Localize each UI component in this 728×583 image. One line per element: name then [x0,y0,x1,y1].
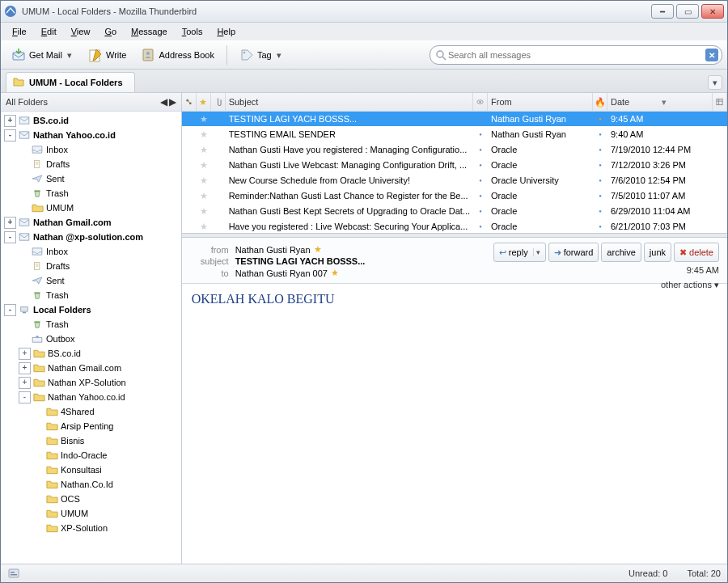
getmail-dropdown-icon[interactable]: ▾ [66,50,74,61]
col-subject[interactable]: Subject [226,93,473,111]
star-icon[interactable]: ★ [197,191,211,201]
col-thread-icon[interactable] [182,93,197,111]
archive-button[interactable]: archive [601,243,641,262]
menu-file[interactable]: File [6,25,33,38]
star-icon[interactable]: ★ [197,160,211,171]
col-picker-icon[interactable] [713,93,727,111]
message-row[interactable]: ★New Course Schedule from Oracle Univers… [182,173,727,188]
other-actions-button[interactable]: other actions ▾ [661,280,719,290]
write-button[interactable]: Write [83,44,132,66]
forward-button[interactable]: ➜forward [548,243,599,262]
message-row[interactable]: ★Have you registered : Live Webcast: Sec… [182,219,727,233]
collapse-icon[interactable]: - [4,231,16,243]
tree-item[interactable]: Arsip Penting [2,419,180,433]
addressbook-button[interactable]: Address Book [135,44,219,66]
tree-item[interactable]: +BS.co.id [2,346,180,361]
star-icon[interactable]: ★ [197,175,211,186]
maximize-button[interactable]: ▭ [676,4,699,19]
col-attachment-icon[interactable] [211,93,226,111]
message-row[interactable]: ★TESTING EMAIL SENDER●Nathan Gusti Ryan●… [182,127,727,142]
search-input[interactable] [447,49,705,61]
tree-item[interactable]: Drafts [2,157,180,171]
tree-item[interactable]: Trash [2,288,180,302]
col-star-icon[interactable]: ★ [197,93,211,111]
tag-button[interactable]: Tag ▾ [234,44,289,66]
star-icon[interactable]: ★ [197,145,211,155]
reply-button[interactable]: ↩reply▾ [493,243,546,262]
star-icon[interactable]: ★ [331,268,339,278]
tree-item[interactable]: 4Shared [2,404,180,419]
tab-menu-button[interactable]: ▾ [708,75,722,90]
expand-icon[interactable]: + [19,348,31,360]
tree-item[interactable]: -Nathan Yahoo.co.id [2,390,180,404]
col-from[interactable]: From [488,93,593,111]
getmail-button[interactable]: Get Mail ▾ [6,44,79,66]
tree-item[interactable]: +Nathan XP-Solution [2,375,180,390]
menu-help[interactable]: Help [210,25,242,38]
expand-icon[interactable]: + [4,217,16,229]
expand-icon[interactable]: + [19,362,31,374]
tree-item[interactable]: +Nathan Gmail.com [2,361,180,375]
tree-item[interactable]: Outbox [2,332,180,346]
message-row[interactable]: ★Nathan Gusti Live Webcast: Managing Con… [182,158,727,173]
delete-button[interactable]: ✖delete [674,243,719,262]
tree-item[interactable]: OCS [2,492,180,506]
menu-message[interactable]: Message [125,25,174,38]
tree-item[interactable]: Trash [2,317,180,332]
star-icon[interactable]: ★ [197,114,211,125]
star-icon[interactable]: ★ [197,129,211,140]
tree-item[interactable]: Bisnis [2,433,180,448]
from-value[interactable]: Nathan Gusti Ryan [235,245,311,255]
tree-item[interactable]: Sent [2,273,180,288]
message-row[interactable]: ★Nathan Gusti Best Kept Secrets of Upgra… [182,204,727,219]
reply-dropdown-icon[interactable]: ▾ [533,248,540,256]
tree-item[interactable]: UMUM [2,201,180,215]
star-icon[interactable]: ★ [197,222,211,232]
star-icon[interactable]: ★ [197,206,211,217]
to-value[interactable]: Nathan Gusti Ryan 007 [235,268,328,278]
expand-icon[interactable]: + [4,115,16,127]
folderview-prev-icon[interactable]: ◀ [160,96,167,108]
tree-item[interactable]: Inbox [2,142,180,157]
menu-tools[interactable]: Tools [176,25,210,38]
junk-button[interactable]: junk [644,243,671,262]
menu-view[interactable]: View [65,25,97,38]
message-row[interactable]: ★TESTING LAGI YACH BOSSS...●Nathan Gusti… [182,112,727,127]
star-icon[interactable]: ★ [314,244,322,255]
menu-edit[interactable]: Edit [35,25,63,38]
col-read-icon[interactable] [473,93,488,111]
message-list[interactable]: ★TESTING LAGI YACH BOSSS...●Nathan Gusti… [182,112,727,233]
tree-item[interactable]: -Local Folders [2,302,180,317]
tree-item[interactable]: +Nathan Gmail.com [2,215,180,230]
menu-go[interactable]: Go [98,25,123,38]
close-button[interactable]: ✕ [701,4,724,19]
collapse-icon[interactable]: - [19,391,31,403]
expand-icon[interactable]: + [19,377,31,389]
message-row[interactable]: ★Reminder:Nathan Gusti Last Chance to Re… [182,188,727,204]
tree-item[interactable]: UMUM [2,506,180,521]
tree-item[interactable]: Indo-Oracle [2,448,180,463]
tree-item[interactable]: Sent [2,171,180,186]
collapse-icon[interactable]: - [4,304,16,316]
col-junk-icon[interactable]: 🔥 [593,93,607,111]
search-box[interactable]: ✕ [430,45,722,65]
collapse-icon[interactable]: - [4,129,16,142]
folderview-next-icon[interactable]: ▶ [169,96,176,108]
activity-icon[interactable] [7,567,20,580]
tag-dropdown-icon[interactable]: ▾ [275,50,283,61]
tree-item[interactable]: Nathan.Co.Id [2,477,180,492]
folder-tree[interactable]: +BS.co.id-Nathan Yahoo.co.idInboxDraftsS… [1,112,181,564]
tree-item[interactable]: Inbox [2,244,180,259]
tree-item[interactable]: -Nathan @xp-solution.com [2,230,180,244]
tree-item[interactable]: XP-Solution [2,521,180,535]
tree-item[interactable]: -Nathan Yahoo.co.id [2,128,180,142]
tree-item[interactable]: Trash [2,186,180,201]
tab-active[interactable]: UMUM - Local Folders [6,72,135,92]
message-row[interactable]: ★Nathan Gusti Have you registered : Mana… [182,142,727,158]
tree-item[interactable]: +BS.co.id [2,113,180,128]
minimize-button[interactable]: ━ [651,4,674,19]
tree-item[interactable]: Konsultasi [2,463,180,477]
tree-item[interactable]: Drafts [2,259,180,273]
search-clear-button[interactable]: ✕ [705,49,718,61]
col-date[interactable]: Date▾ [607,93,713,111]
